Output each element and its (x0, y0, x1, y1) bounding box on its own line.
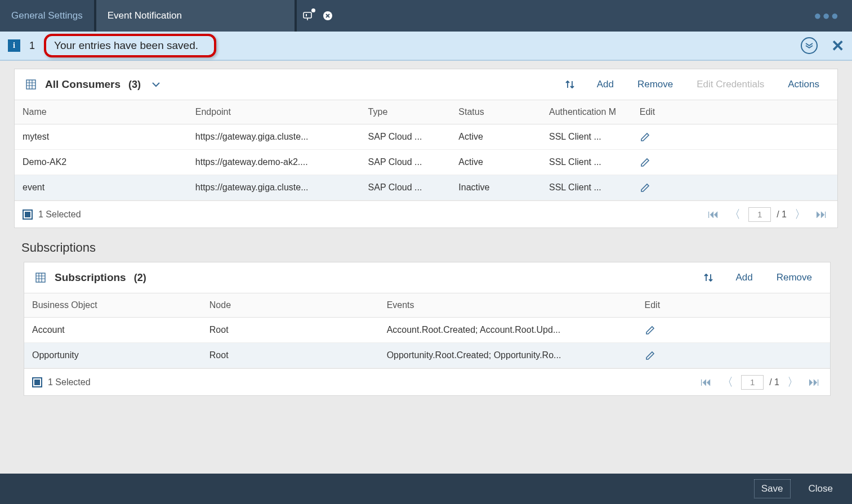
svg-rect-4 (36, 273, 45, 282)
cell-edit (632, 124, 805, 150)
more-icon[interactable]: ●●● (801, 8, 852, 23)
page-input[interactable] (748, 207, 771, 222)
actions-button[interactable]: Actions (780, 79, 827, 90)
page-total: / 1 (769, 377, 779, 387)
grid-icon[interactable] (25, 78, 37, 91)
col-edit: Edit (632, 100, 805, 124)
sort-icon[interactable] (697, 272, 720, 283)
grid-icon[interactable] (34, 271, 47, 284)
cell-status: Active (450, 124, 541, 150)
consumers-footer: 1 Selected ⏮ 〈 / 1 〉 ⏭ (15, 200, 837, 228)
pin-icon[interactable] (301, 10, 314, 22)
cell-type: SAP Cloud ... (360, 150, 451, 175)
table-row[interactable]: OpportunityRootOpportunity.Root.Created;… (24, 343, 830, 368)
tab-active-label: Event Notification (108, 10, 182, 21)
save-button[interactable]: Save (754, 479, 791, 498)
col-type[interactable]: Type (360, 100, 451, 124)
page-content: All Consumers (3) Add Remove Edit Creden… (0, 61, 852, 504)
cell-type: SAP Cloud ... (360, 175, 451, 200)
add-button[interactable]: Add (589, 79, 622, 90)
cell-endpoint: https://gateway.giga.cluste... (188, 175, 360, 200)
col-bo[interactable]: Business Object (24, 293, 202, 318)
subscriptions-header: Subscriptions (2) Add Remove (24, 262, 830, 293)
table-row[interactable]: mytesthttps://gateway.giga.cluste...SAP … (15, 124, 837, 150)
cell-name: mytest (15, 124, 188, 150)
select-indicator-icon[interactable] (23, 209, 33, 220)
info-icon: i (8, 39, 20, 52)
first-page-icon[interactable]: ⏮ (706, 208, 721, 221)
consumers-title: All Consumers (45, 78, 121, 91)
selected-count: 1 Selected (48, 377, 91, 387)
close-tab-icon[interactable] (322, 10, 334, 22)
cell-edit (637, 343, 798, 368)
edit-icon[interactable] (645, 350, 790, 361)
cell-status: Inactive (450, 175, 541, 200)
message-text: Your entries have been saved. (44, 34, 216, 57)
last-page-icon[interactable]: ⏭ (814, 208, 829, 221)
col-auth[interactable]: Authentication M (541, 100, 632, 124)
subscriptions-footer: 1 Selected ⏮ 〈 / 1 〉 ⏭ (24, 368, 830, 395)
prev-page-icon[interactable]: 〈 (727, 207, 743, 222)
cell-node: Root (202, 318, 379, 343)
close-button[interactable]: Close (802, 480, 840, 498)
sort-icon[interactable] (559, 79, 581, 90)
edit-credentials-button: Edit Credentials (689, 79, 772, 90)
edit-icon[interactable] (640, 157, 797, 168)
tab-action-icons (291, 10, 344, 22)
edit-icon[interactable] (645, 324, 790, 336)
prev-page-icon[interactable]: 〈 (720, 374, 735, 390)
table-row[interactable]: AccountRootAccount.Root.Created; Account… (24, 318, 830, 343)
consumers-table: Name Endpoint Type Status Authentication… (15, 100, 837, 200)
close-messages-icon[interactable]: ✕ (831, 37, 844, 55)
first-page-icon[interactable]: ⏮ (698, 376, 714, 389)
remove-button[interactable]: Remove (769, 272, 820, 283)
edit-icon[interactable] (640, 131, 797, 142)
cell-edit (637, 318, 798, 343)
next-page-icon[interactable]: 〉 (785, 374, 801, 390)
message-count: 1 (29, 40, 35, 52)
col-name[interactable]: Name (15, 100, 188, 124)
svg-rect-1 (306, 14, 307, 16)
subscriptions-section-title: Subscriptions (21, 240, 846, 255)
cell-bo: Opportunity (24, 343, 202, 368)
col-status[interactable]: Status (450, 100, 541, 124)
footer-bar: Save Close (0, 474, 852, 504)
next-page-icon[interactable]: 〉 (792, 207, 808, 222)
table-row[interactable]: Demo-AK2https://gateway.demo-ak2....SAP … (15, 150, 837, 175)
cell-name: Demo-AK2 (15, 150, 188, 175)
message-bar: i 1 Your entries have been saved. ✕ (0, 32, 852, 61)
cell-endpoint: https://gateway.giga.cluste... (188, 124, 360, 150)
add-button[interactable]: Add (728, 272, 760, 283)
consumers-count: (3) (128, 79, 141, 91)
expand-messages-icon[interactable] (801, 37, 818, 54)
page-input[interactable] (741, 375, 764, 390)
cell-bo: Account (24, 318, 202, 343)
edit-icon[interactable] (640, 182, 797, 193)
tab-event-notification[interactable]: Event Notification (94, 0, 297, 32)
chevron-down-icon[interactable] (149, 81, 163, 88)
tab-bar: General Settings Event Notification ●●● (0, 0, 852, 32)
cell-type: SAP Cloud ... (360, 124, 451, 150)
subscriptions-title: Subscriptions (55, 271, 126, 284)
subscriptions-table: Business Object Node Events Edit Account… (24, 293, 830, 368)
select-indicator-icon[interactable] (32, 377, 42, 387)
svg-rect-3 (26, 80, 35, 89)
cell-edit (632, 150, 805, 175)
cell-endpoint: https://gateway.demo-ak2.... (188, 150, 360, 175)
tab-general-settings[interactable]: General Settings (0, 0, 94, 32)
consumers-header: All Consumers (3) Add Remove Edit Creden… (15, 69, 837, 100)
selected-count: 1 Selected (38, 209, 81, 220)
col-node[interactable]: Node (202, 293, 379, 318)
cell-auth: SSL Client ... (541, 124, 632, 150)
col-endpoint[interactable]: Endpoint (188, 100, 360, 124)
cell-status: Active (450, 150, 541, 175)
cell-name: event (15, 175, 188, 200)
table-row[interactable]: eventhttps://gateway.giga.cluste...SAP C… (15, 175, 837, 200)
cell-auth: SSL Client ... (541, 175, 632, 200)
cell-auth: SSL Client ... (541, 150, 632, 175)
last-page-icon[interactable]: ⏭ (806, 376, 822, 389)
cell-edit (632, 175, 805, 200)
col-events[interactable]: Events (379, 293, 637, 318)
remove-button[interactable]: Remove (630, 79, 681, 90)
cell-node: Root (202, 343, 379, 368)
